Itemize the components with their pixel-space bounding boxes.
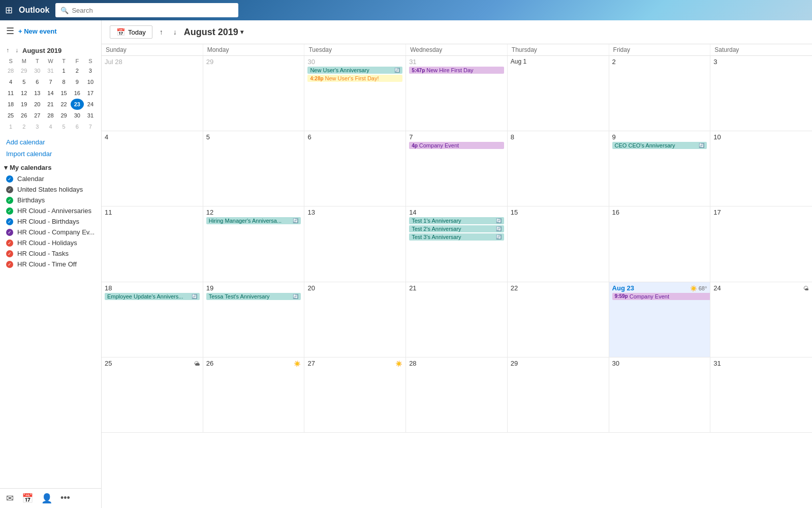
cal-cell-jul28[interactable]: Jul 28	[102, 56, 203, 131]
prev-month-button[interactable]: ↑	[157, 26, 166, 38]
mini-cal-day[interactable]: 26	[17, 110, 30, 121]
hamburger-button[interactable]: ☰	[6, 25, 14, 37]
mini-cal-day[interactable]: 4	[4, 76, 17, 87]
mini-cal-day[interactable]: 30	[71, 110, 84, 121]
cal-cell-14[interactable]: 14 Test 1's Anniversary 🔄 Test 2's Anniv…	[406, 206, 508, 282]
cal-cell-30[interactable]: 30 New User's Anniversary 🔄 4:28p New Us…	[304, 56, 406, 131]
mini-cal-day[interactable]: 2	[71, 65, 84, 76]
mini-cal-day[interactable]: 13	[30, 87, 44, 99]
cal-cell-10[interactable]: 10	[710, 131, 812, 206]
new-event-button[interactable]: + New event	[18, 27, 57, 35]
cal-cell-29[interactable]: 29	[203, 56, 305, 131]
cal-cell-26[interactable]: 26 ☀️	[203, 357, 305, 433]
mini-cal-day[interactable]: 7	[44, 76, 57, 87]
add-calendar-link[interactable]: Add calendar	[0, 136, 101, 148]
mini-cal-day[interactable]: 10	[84, 76, 97, 87]
sidebar-item-hr-timeoff[interactable]: ✓ HR Cloud - Time Off	[0, 259, 101, 270]
cal-cell-aug1[interactable]: Aug 1	[508, 56, 609, 131]
cal-cell-11[interactable]: 11	[102, 206, 203, 282]
sidebar-item-hr-company[interactable]: ✓ HR Cloud - Company Ev...	[0, 227, 101, 237]
mini-cal-day[interactable]: 7	[84, 121, 97, 132]
event-new-users-anniversary[interactable]: New User's Anniversary 🔄	[307, 67, 402, 74]
mini-cal-day[interactable]: 30	[30, 65, 44, 76]
event-test3-anniversary[interactable]: Test 3's Anniversary 🔄	[409, 233, 504, 241]
mini-cal-day[interactable]: 19	[17, 99, 30, 110]
mini-cal-day[interactable]: 18	[4, 99, 17, 110]
cal-cell-19[interactable]: 19 Tessa Test's Anniversary 🔄	[203, 282, 305, 357]
mini-cal-day[interactable]: 15	[57, 87, 71, 99]
mini-cal-day[interactable]: 21	[44, 99, 57, 110]
cal-cell-12[interactable]: 12 Hiring Manager's Anniversa... 🔄	[203, 206, 305, 282]
mini-cal-today[interactable]: 23	[71, 99, 84, 110]
cal-cell-4[interactable]: 4	[102, 131, 203, 206]
event-new-hire-first-day[interactable]: 5:47p New Hire First Day	[409, 67, 504, 74]
sidebar-item-calendar[interactable]: ✓ Calendar	[0, 173, 101, 184]
calendar-icon[interactable]: 📅	[22, 493, 33, 504]
mini-cal-day[interactable]: 28	[44, 110, 57, 121]
cal-cell-8[interactable]: 8	[508, 131, 609, 206]
mini-cal-day[interactable]: 2	[17, 121, 30, 132]
mini-cal-day[interactable]: 8	[57, 76, 71, 87]
cal-cell-30[interactable]: 30	[609, 357, 711, 433]
event-company-event-23[interactable]: 9:59p Company Event —	[612, 293, 711, 300]
mini-cal-day[interactable]: 28	[4, 65, 17, 76]
mini-cal-day[interactable]: 25	[4, 110, 17, 121]
today-button[interactable]: 📅 Today	[110, 25, 152, 39]
cal-cell-7[interactable]: 7 4p Company Event	[406, 131, 508, 206]
waffle-icon[interactable]: ⊞	[5, 5, 13, 16]
event-new-users-first-day[interactable]: 4:28p New User's First Day!	[307, 75, 402, 82]
search-input[interactable]	[72, 7, 233, 14]
cal-cell-6[interactable]: 6	[304, 131, 406, 206]
cal-cell-5[interactable]: 5	[203, 131, 305, 206]
mini-cal-day[interactable]: 27	[30, 110, 44, 121]
cal-cell-16[interactable]: 16	[609, 206, 711, 282]
mini-cal-day[interactable]: 11	[4, 87, 17, 99]
mini-cal-day[interactable]: 3	[30, 121, 44, 132]
mini-cal-day[interactable]: 29	[57, 110, 71, 121]
sidebar-item-hr-holidays[interactable]: ✓ HR Cloud - Holidays	[0, 237, 101, 248]
cal-cell-25[interactable]: 25 🌥	[102, 357, 203, 433]
cal-cell-29[interactable]: 29	[508, 357, 609, 433]
cal-cell-2[interactable]: 2	[609, 56, 711, 131]
mini-cal-day[interactable]: 9	[71, 76, 84, 87]
mail-icon[interactable]: ✉	[6, 493, 14, 504]
event-hiring-manager-anniversary[interactable]: Hiring Manager's Anniversa... 🔄	[206, 217, 301, 224]
mini-cal-day[interactable]: 5	[17, 76, 30, 87]
my-calendars-section[interactable]: ▾ My calendars	[0, 160, 101, 173]
mini-cal-day[interactable]: 1	[57, 65, 71, 76]
event-test2-anniversary[interactable]: Test 2's Anniversary 🔄	[409, 225, 504, 232]
mini-cal-day[interactable]: 3	[84, 65, 97, 76]
cal-cell-24[interactable]: 24 🌤	[710, 282, 812, 357]
mini-cal-day[interactable]: 16	[71, 87, 84, 99]
mini-cal-day[interactable]: 6	[71, 121, 84, 132]
sidebar-item-us-holidays[interactable]: ✓ United States holidays	[0, 184, 101, 195]
mini-cal-prev[interactable]: ↑	[4, 46, 11, 55]
mini-cal-day[interactable]: 20	[30, 99, 44, 110]
mini-cal-day[interactable]: 14	[44, 87, 57, 99]
cal-cell-3[interactable]: 3	[710, 56, 812, 131]
next-month-button[interactable]: ↓	[170, 26, 180, 38]
mini-cal-day[interactable]: 29	[17, 65, 30, 76]
mini-cal-day[interactable]: 4	[44, 121, 57, 132]
mini-cal-day[interactable]: 31	[44, 65, 57, 76]
cal-cell-18[interactable]: 18 Employee Update's Annivers... 🔄	[102, 282, 203, 357]
cal-cell-13[interactable]: 13	[304, 206, 406, 282]
import-calendar-link[interactable]: Import calendar	[0, 148, 101, 160]
mini-cal-day[interactable]: 12	[17, 87, 30, 99]
cal-cell-28[interactable]: 28	[406, 357, 508, 433]
event-ceo-anniversary[interactable]: CEO CEO's Anniversary 🔄	[612, 142, 707, 149]
cal-cell-15[interactable]: 15	[508, 206, 609, 282]
more-icon[interactable]: •••	[60, 493, 70, 504]
mini-cal-day[interactable]: 22	[57, 99, 71, 110]
mini-cal-title[interactable]: August 2019	[22, 47, 97, 54]
sidebar-item-birthdays[interactable]: ✓ Birthdays	[0, 195, 101, 205]
cal-cell-22[interactable]: 22	[508, 282, 609, 357]
cal-cell-27[interactable]: 27 ☀️	[304, 357, 406, 433]
mini-cal-day[interactable]: 1	[4, 121, 17, 132]
event-company-event-7[interactable]: 4p Company Event	[409, 142, 504, 149]
cal-cell-31[interactable]: 31 5:47p New Hire First Day	[406, 56, 508, 131]
sidebar-item-hr-birthdays[interactable]: ✓ HR Cloud - Birthdays	[0, 216, 101, 227]
cal-cell-31[interactable]: 31	[710, 357, 812, 433]
cal-cell-23-today[interactable]: Aug 23 ☀️ 68° 9:59p Company Event —	[609, 282, 711, 357]
mini-cal-day[interactable]: 31	[84, 110, 97, 121]
